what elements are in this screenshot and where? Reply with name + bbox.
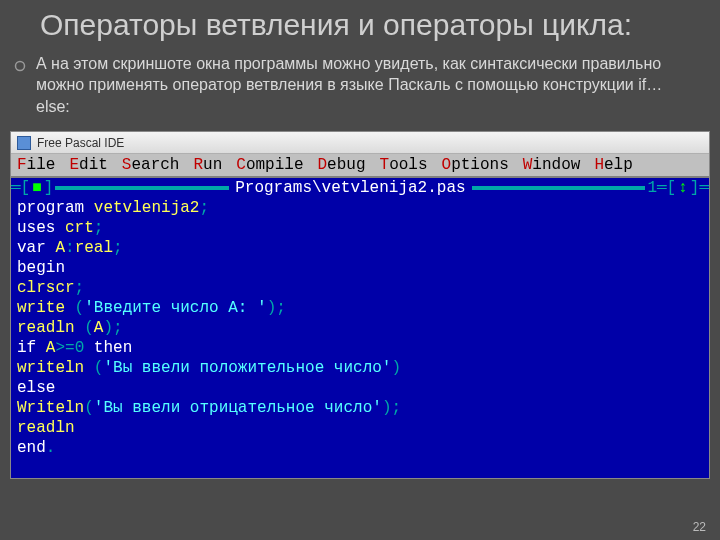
window-title: Free Pascal IDE (37, 136, 124, 150)
code-line[interactable]: var A:real; (11, 238, 709, 258)
bullet-icon (14, 58, 26, 76)
close-marker-icon: ■ (30, 178, 44, 198)
code-line[interactable]: clrscr; (11, 278, 709, 298)
file-path: Programs\vetvlenija2.pas (231, 178, 469, 198)
window-number: 1 (647, 178, 657, 198)
code-line[interactable]: program vetvlenija2; (11, 198, 709, 218)
menu-options[interactable]: Options (442, 156, 509, 174)
editor-area[interactable]: ═[■] Programs\vetvlenija2.pas 1═[↕]═ pro… (11, 178, 709, 478)
ide-titlebar[interactable]: Free Pascal IDE (11, 132, 709, 154)
menu-window[interactable]: Window (523, 156, 581, 174)
menubar: File Edit Search Run Compile Debug Tools… (11, 154, 709, 178)
code-line[interactable]: write ('Введите число A: '); (11, 298, 709, 318)
menu-help[interactable]: Help (594, 156, 632, 174)
page-number: 22 (693, 520, 706, 534)
slide-title: Операторы ветвления и операторы цикла: (0, 0, 720, 47)
code-line[interactable]: begin (11, 258, 709, 278)
menu-file[interactable]: File (17, 156, 55, 174)
code-line[interactable]: readln (11, 418, 709, 438)
menu-debug[interactable]: Debug (318, 156, 366, 174)
bullet-text: А на этом скриншоте окна программы можно… (36, 53, 680, 118)
code-line[interactable]: end. (11, 438, 709, 458)
menu-search[interactable]: Search (122, 156, 180, 174)
menu-compile[interactable]: Compile (236, 156, 303, 174)
bullet-row: А на этом скриншоте окна программы можно… (0, 47, 720, 126)
scroll-marker-icon: ↕ (676, 178, 690, 198)
code-line[interactable]: else (11, 378, 709, 398)
ide-window: Free Pascal IDE File Edit Search Run Com… (10, 131, 710, 479)
menu-edit[interactable]: Edit (69, 156, 107, 174)
editor-frame-top: ═[■] Programs\vetvlenija2.pas 1═[↕]═ (11, 178, 709, 198)
code-line[interactable]: writeln ('Вы ввели положительное число') (11, 358, 709, 378)
code-line[interactable]: Writeln('Вы ввели отрицательное число'); (11, 398, 709, 418)
menu-run[interactable]: Run (193, 156, 222, 174)
svg-point-0 (16, 61, 25, 70)
app-icon (17, 136, 31, 150)
code-line[interactable]: if A>=0 then (11, 338, 709, 358)
menu-tools[interactable]: Tools (380, 156, 428, 174)
code-line[interactable]: uses crt; (11, 218, 709, 238)
code-line[interactable]: readln (A); (11, 318, 709, 338)
